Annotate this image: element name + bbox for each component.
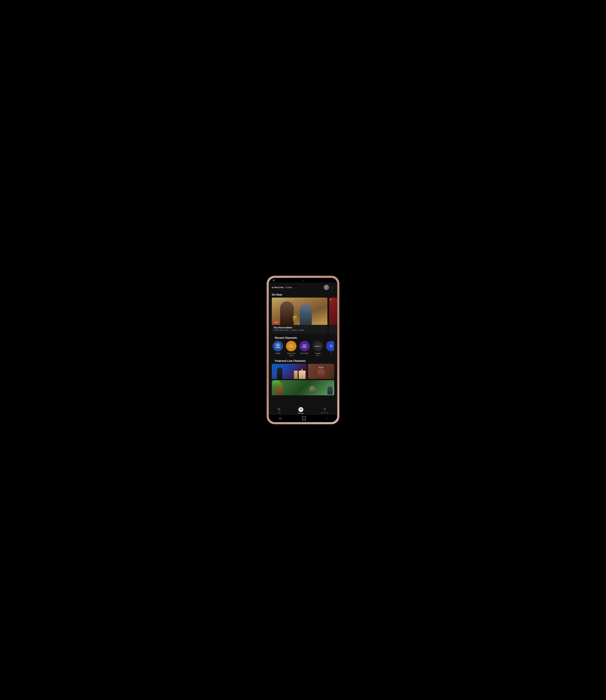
compass-icon: [300, 408, 302, 411]
meta-separator: |: [290, 329, 291, 331]
channel-item-outside[interactable]: Outside tv+ OutsideTV+: [312, 341, 324, 357]
nav-item-mytvplus[interactable]: My TV Plus: [321, 408, 329, 414]
live-badge: LIVE: [273, 321, 279, 323]
deal-logo-text: DEALNO DEAL: [288, 345, 294, 347]
nav-label-mytvplus: My TV Plus: [321, 412, 329, 414]
more-menu-button[interactable]: ⋮: [331, 286, 334, 289]
show-time: 3:00pm - 4:00pm: [292, 329, 304, 331]
app-header: SAMSUNG TV Plus ⋮: [269, 283, 337, 291]
wifi-icon: [273, 279, 275, 282]
peek-thumbnail: [329, 298, 337, 325]
glasses-icon: [319, 367, 323, 368]
capitol-dome: [302, 369, 303, 371]
nav-label-discover: Discover: [298, 413, 304, 414]
channel-item-cbsn[interactable]: CBSN CBSN: [272, 341, 284, 357]
main-show-info: Tiny House Nation S3 E14 Smart Home | 3:…: [272, 325, 327, 332]
brand-name: SAMSUNG: [272, 286, 284, 289]
phone-screen: SAMSUNG TV Plus ⋮ On Now: [269, 278, 337, 422]
channel-label-fox: FOX SOUL: [300, 352, 309, 354]
channel-label-outside: OutsideTV+: [315, 352, 321, 357]
cbs-eye-icon: [276, 344, 280, 346]
svg-point-2: [279, 409, 280, 410]
nav-label-live: Live: [278, 412, 280, 414]
on-now-title: On Now: [269, 291, 337, 298]
samsung-logo: SAMSUNG TV Plus: [272, 286, 292, 289]
animal-figure: [309, 386, 315, 394]
channel-item-deal[interactable]: DEALNO DEAL Deal or NoDeal: [285, 341, 297, 357]
svg-point-1: [325, 288, 328, 289]
channel-item-fox[interactable]: FOXSOUL FOX SOUL: [299, 341, 310, 357]
home-button[interactable]: □: [302, 416, 306, 421]
person-figure: [317, 369, 325, 379]
svg-point-0: [326, 286, 327, 287]
channel-logo-peek: C: [326, 341, 334, 351]
tree-foliage: [272, 380, 281, 388]
header-right: ⋮: [324, 285, 334, 290]
svg-marker-4: [300, 409, 302, 410]
channel-logo-deal: DEALNO DEAL: [286, 341, 297, 351]
system-nav: ||| □ ‹: [269, 415, 337, 422]
channels-row: CBSN CBSN DEALNO DEAL Deal or NoDeal: [272, 341, 334, 358]
peek-live-badge: L: [330, 299, 332, 300]
peek-show-card[interactable]: L: [329, 298, 337, 334]
featured-row-2: [272, 380, 334, 395]
featured-thumb-animal: [272, 380, 334, 395]
featured-card-animal[interactable]: [272, 380, 334, 395]
main-show-thumbnail: LIVE: [272, 298, 327, 325]
product-name: TV Plus: [285, 286, 292, 289]
main-show-card[interactable]: LIVE Tiny House Nation S3 E14 Smart Home…: [272, 298, 327, 334]
capitol-shape: [299, 371, 306, 379]
recent-channels-title: Recent Channels: [272, 335, 334, 341]
discover-icon-active: [299, 407, 303, 412]
scene-person-1: [280, 301, 294, 325]
outside-logo-text: Outside tv+: [314, 345, 321, 347]
fox-logo-text: FOXSOUL: [302, 344, 307, 348]
bottom-spacer: [269, 395, 337, 398]
person-figure-animal: [327, 386, 333, 395]
channel-label-peek: C: [331, 352, 332, 354]
back-button[interactable]: ‹: [326, 417, 327, 420]
show-episode: S3 E14 Smart Home: [274, 329, 289, 331]
avatar[interactable]: [324, 285, 329, 290]
news-person-figure: [277, 368, 282, 379]
status-bar: [269, 278, 337, 283]
peek-channel-letter: C: [330, 345, 332, 348]
show-title: Tiny House Nation: [274, 326, 326, 329]
channel-item-peek[interactable]: C C: [325, 341, 334, 357]
channel-logo-cbsn: CBSN: [273, 341, 283, 351]
on-now-cards: LIVE Tiny House Nation S3 E14 Smart Home…: [269, 298, 337, 334]
live-icon: [277, 408, 281, 411]
featured-thumb-person: [308, 364, 334, 379]
nav-item-live[interactable]: Live: [277, 408, 281, 414]
channel-label-cbsn: CBSN: [276, 352, 280, 354]
channel-logo-fox: FOXSOUL: [299, 341, 310, 351]
recent-apps-button[interactable]: |||: [279, 417, 282, 420]
nav-items: Live Discover: [269, 407, 337, 414]
channel-logo-outside: Outside tv+: [312, 341, 323, 351]
phone-device: SAMSUNG TV Plus ⋮ On Now: [266, 276, 340, 424]
cbsn-text: CBSN: [275, 347, 280, 349]
nav-item-discover[interactable]: Discover: [298, 407, 304, 414]
recent-channels-section: Recent Channels CBSN CBSN: [269, 335, 337, 358]
peek-show-info: [329, 325, 337, 334]
featured-card-person[interactable]: [308, 364, 334, 379]
channel-label-deal: Deal or NoDeal: [287, 352, 295, 357]
featured-card-news[interactable]: [272, 364, 307, 379]
bottom-nav: Live Discover: [269, 406, 337, 415]
building-col-2: [294, 371, 298, 379]
featured-section: Featured Live Channels: [269, 358, 337, 395]
featured-title: Featured Live Channels: [272, 358, 334, 364]
show-meta: S3 E14 Smart Home | 3:00pm - 4:00pm: [274, 329, 326, 331]
scene-prop: [293, 316, 297, 322]
camera-dot: [302, 280, 304, 281]
on-now-section: On Now LIVE Tiny House Nation: [269, 291, 337, 334]
app-content: SAMSUNG TV Plus ⋮ On Now: [269, 283, 337, 406]
featured-grid: [272, 364, 334, 379]
mytvplus-icon: [323, 408, 326, 412]
featured-thumb-news: [272, 364, 307, 379]
scene-person-2: [300, 304, 312, 325]
